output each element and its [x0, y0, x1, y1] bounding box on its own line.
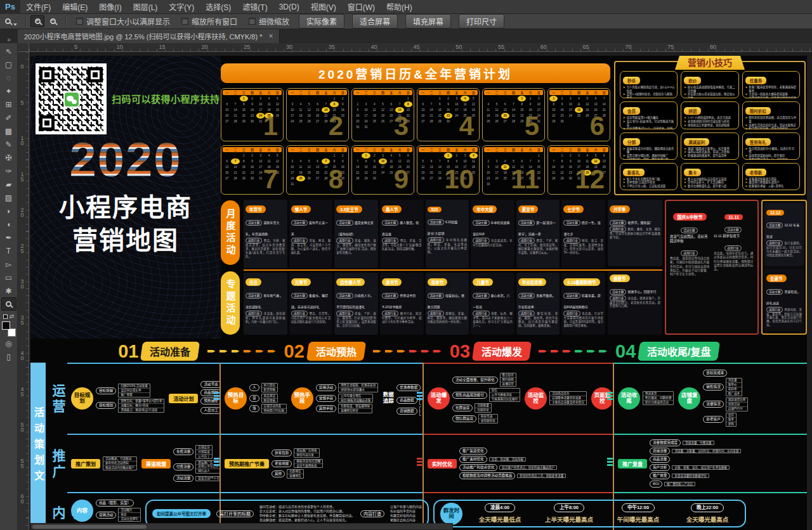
month-numeral: 2	[329, 113, 343, 139]
menu-item-窗口[interactable]: 窗口(W)	[342, 0, 381, 14]
title-item: 疑问互动式：阅读与自己有关的文章是每个人的天性。	[259, 505, 355, 509]
branch-label: 活动全面放量，提升转化	[452, 377, 498, 384]
crop-tool[interactable]: ⊞	[1, 98, 16, 111]
activity-card-愚人节: 愚人节活动主题愚人整蛊，惊喜盲盒适用行业食品、美妆、百货等，可结合愚人节'盲盒/…	[380, 200, 424, 268]
option-checkbox[interactable]: 缩放所有窗口	[181, 16, 237, 27]
branch-column: 营销活动预售定金膨胀、优惠券发放拼团/砍价提前蓄水常规手段公众号推文预告短信/模…	[316, 383, 379, 414]
option-button-实际像素[interactable]: 实际像素	[299, 14, 344, 29]
zoom-tool[interactable]	[1, 297, 16, 311]
screen-mode-icon[interactable]: ▯	[1, 350, 16, 363]
branch-item: 店铺整体流量转化效果	[550, 396, 586, 400]
healing-brush-tool[interactable]: ▩	[1, 124, 16, 138]
ps-logo[interactable]: Ps	[0, 0, 20, 14]
branch: 付费流量朋友圈广告其他公众号合作网红达人	[173, 460, 219, 474]
menu-item-视图[interactable]: 视图(V)	[305, 0, 342, 14]
swap-colors-icon[interactable]: ⇄	[10, 313, 15, 320]
menu-item-图层[interactable]: 图层(L)	[128, 0, 164, 14]
industry-chip: 适用行业	[724, 245, 741, 251]
foreground-color[interactable]	[2, 321, 10, 330]
weekday: 二	[299, 91, 303, 94]
clone-stamp-tool[interactable]: ✠	[1, 151, 16, 164]
weekday: 三	[308, 148, 311, 152]
shape-tool[interactable]: ▭	[1, 271, 16, 284]
day-cell: 30	[370, 176, 379, 181]
horizontal-scrollbar[interactable]	[30, 523, 453, 530]
day-cell: 19	[379, 113, 387, 119]
h-ruler-number: 65	[583, 44, 589, 50]
lasso-tool[interactable]: ◌	[1, 71, 16, 84]
activity-card-3.8女王节: 3.8女王节活动主题遇见女神之美（爱你如初）适用行业美妆、服饰、珠宝、家居等，围…	[334, 200, 378, 268]
mindmap-node: 活动计划	[169, 394, 198, 403]
zoom-in-button[interactable]: +	[30, 15, 44, 27]
blur-tool[interactable]: ◗	[1, 204, 16, 217]
menu-item-文字[interactable]: 文字(Y)	[163, 0, 200, 14]
branch-items: 公众号推文预告短信/模板消息触达老客	[338, 394, 373, 403]
zoom-out-button[interactable]: −	[46, 15, 60, 27]
option-button-适合屏幕[interactable]: 适合屏幕	[352, 14, 398, 29]
menu-item-图像[interactable]: 图像(I)	[93, 0, 127, 14]
menu-item-帮助[interactable]: 帮助(H)	[381, 0, 418, 14]
gradient-tool[interactable]: ▨	[1, 191, 16, 204]
branch: 目标拆解回顾2019年活动效果设定同比增长率推广预算	[96, 384, 164, 398]
color-swatches[interactable]	[2, 321, 16, 337]
zoom-tool-icon[interactable]	[5, 18, 11, 24]
eraser-tool[interactable]: ▰	[1, 178, 16, 191]
move-tool[interactable]: ⇖	[1, 44, 16, 58]
rectangular-marquee-tool[interactable]: ▢	[1, 58, 16, 71]
checkbox-box[interactable]	[249, 18, 256, 25]
scrollbar-thumb[interactable]	[32, 525, 147, 529]
empty-cell	[313, 96, 322, 101]
menu-item-选择[interactable]: 选择(S)	[200, 0, 237, 14]
empty-cell	[322, 153, 330, 158]
tool-preset-caret-icon[interactable]	[13, 23, 17, 26]
panel-collapse-icon[interactable]: »	[0, 36, 18, 43]
menu-item-文件[interactable]: 文件(F)	[20, 0, 56, 14]
checkbox-box[interactable]	[76, 18, 83, 25]
checkbox-box[interactable]	[181, 18, 188, 25]
option-button-打印尺寸[interactable]: 打印尺寸	[459, 14, 504, 29]
pen-tool[interactable]: ✒	[1, 231, 16, 244]
day-cell: 7	[353, 158, 362, 164]
checkbox-label: 细微缩放	[259, 16, 289, 27]
flow-arrows-icon	[607, 392, 614, 400]
type-tool[interactable]: T	[1, 244, 16, 257]
title-node: 高打开率的标题	[216, 510, 254, 517]
brush-tool[interactable]: ✎	[1, 138, 16, 151]
option-checkbox[interactable]: 细微缩放	[249, 16, 289, 27]
activity-card-元宵节: 元宵节活动主题集福卡、猜灯谜，元宵佳节送好礼适用行业食品、百货等，可结合用户开展…	[289, 273, 333, 335]
day-cell: 7	[549, 158, 558, 164]
calendar-banner: 2020营销日历&全年营销计划	[221, 63, 610, 83]
magic-wand-tool[interactable]: ✦	[1, 84, 16, 98]
default-swatches-icon[interactable]: ⇄	[3, 313, 15, 320]
quick-mask-icon[interactable]: ◎	[1, 337, 16, 350]
month-numeral: 4	[459, 113, 474, 139]
day-cell: 7	[436, 158, 444, 164]
theme-chip: 活动主题	[724, 227, 741, 233]
dash-arrow-icon	[421, 350, 429, 352]
tab-close-icon[interactable]: ×	[268, 32, 273, 41]
branch-label: 销售情况	[703, 384, 723, 391]
empty-cell	[353, 96, 362, 101]
path-selection-tool[interactable]: ▻	[1, 257, 16, 271]
tip-line: ➤配合倒计时氛围，提升页面转化	[745, 127, 797, 129]
document-canvas[interactable]: 扫码可以获得小程序扶持 2020 小程序电商 营销地图 2020营销日历&全年营…	[29, 52, 812, 530]
day-cell: 17	[288, 113, 296, 119]
option-button-填充屏幕[interactable]: 填充屏幕	[405, 14, 451, 29]
hand-tool[interactable]: ✱	[1, 284, 16, 297]
option-checkbox[interactable]: 调整窗口大小以满屏显示	[76, 16, 170, 27]
day-cell: 18	[370, 113, 379, 119]
history-brush-tool[interactable]: ✑	[1, 164, 16, 178]
branch-label: 营销活动	[96, 512, 116, 519]
day-cell: 13	[600, 158, 608, 164]
menu-item-编辑[interactable]: 编辑(E)	[56, 0, 93, 14]
document-tab[interactable]: 2020小程序电商营销地图.jpg @ 12.5% (扫码可以获得小程序扶持, …	[18, 29, 280, 43]
theme-row: 活动主题收开学，焕新装!	[610, 215, 660, 226]
menu-item-3D[interactable]: 3D(D)	[273, 0, 305, 14]
day-cell: 20	[313, 170, 322, 176]
dodge-tool[interactable]: ◖	[1, 217, 16, 231]
branch-items: 结合客户的需求点，优化利益点触达用户	[499, 465, 557, 470]
weekday: 二	[234, 148, 237, 152]
eyedropper-tool[interactable]: ✐	[1, 111, 16, 124]
weekday: 二	[365, 91, 368, 94]
menu-item-滤镜[interactable]: 滤镜(T)	[237, 0, 273, 14]
